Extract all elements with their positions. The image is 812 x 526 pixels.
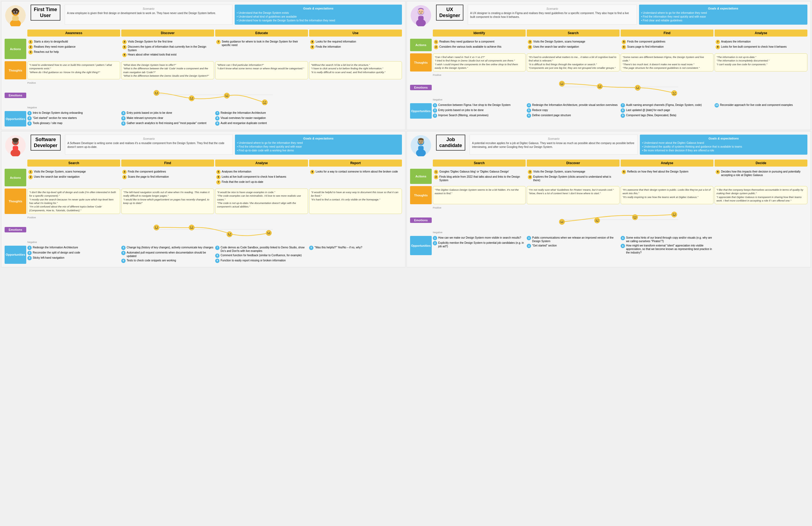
action-text: Looks for the required information: [316, 40, 356, 43]
action-number: 2: [434, 175, 438, 179]
stages-spacer: [410, 159, 432, 167]
opp-number: 3: [27, 121, 32, 126]
action-number: 8: [310, 40, 315, 44]
opp-list-0: 1 How can we make our Design System more…: [433, 236, 526, 255]
thoughts-row: Thoughts"I don't like the top-level spli…: [4, 188, 402, 214]
action-text: Finds the component guidelines: [128, 170, 166, 173]
persona-header: First TimeUser Scenario A new employee i…: [4, 4, 402, 26]
action-number: 2: [28, 45, 33, 49]
opp-list-1: 3 Public communications when we release …: [527, 236, 620, 255]
scenario-section: Scenario A new employee is given their f…: [65, 4, 232, 25]
opp-list-0: 1 Intro to Design System during onboardi…: [27, 111, 120, 127]
opportunity-item: 7 Code demos as Code Sandbox, possibly l…: [215, 246, 308, 253]
opportunity-item: 8 Comment function for feedback (similar…: [215, 254, 308, 258]
thought-bubble-3: "Without the search I'd be a bit lost in…: [309, 61, 402, 79]
opportunity-item: 5 Automated pull request comments when d…: [121, 251, 214, 258]
thoughts-label: Thoughts: [4, 61, 26, 79]
goals-text: • Understand more about the Digitec Gala…: [642, 141, 805, 153]
opp-number: 9: [621, 113, 625, 118]
persona-avatar: [4, 134, 26, 156]
persona-scenario-goals: Scenario A Software Developer is writing…: [65, 134, 402, 155]
positive-label: Positive: [27, 82, 402, 84]
svg-point-14: [192, 98, 193, 98]
positive-label: Positive: [433, 74, 808, 76]
opportunity-item: 9 Audit and reorganise duplicate content: [215, 121, 308, 126]
svg-point-53: [190, 226, 191, 227]
opportunity-item: 1 How can we make our Design System more…: [433, 236, 526, 240]
opp-number: 4: [527, 244, 531, 248]
stages-row: SearchDiscoverAnalyseDecide: [410, 159, 808, 167]
persona-title: SoftwareDeveloper: [34, 137, 57, 148]
action-item: 7 Analyses the information: [716, 40, 806, 44]
opp-text: Entry points based on jobs to be done: [438, 108, 484, 112]
svg-point-24: [418, 9, 424, 14]
action-number: 6: [716, 170, 720, 174]
svg-rect-47: [13, 146, 18, 150]
action-text: Uses the search bar and/or navigation: [34, 175, 79, 179]
opp-number: 1: [27, 111, 32, 115]
action-text: Analyses the information: [222, 170, 251, 173]
persona-box: UXDesigner: [436, 4, 463, 20]
opp-list-2: 7 Redesign the Information Architecture …: [215, 111, 308, 127]
action-item: 9 Finds the information: [310, 45, 401, 49]
opp-list-2: 7 Audit naming amongst channels (Figma, …: [621, 103, 713, 119]
opp-text: Make relevant synonyms clear: [127, 116, 163, 120]
svg-rect-4: [12, 10, 19, 12]
opp-number: 0: [309, 246, 314, 250]
actions-row: Actions 1 Starts a story to design/build…: [4, 39, 402, 59]
stage-header: Identify: [433, 29, 526, 37]
svg-point-5: [14, 11, 15, 13]
action-list-2: 5 Reflects on how they feel about the De…: [621, 169, 713, 184]
action-item: 1 Starts a story to design/build: [28, 40, 119, 44]
opportunity-item: 2 Reconsider the split of design and cod…: [27, 251, 120, 255]
action-list-1: 3 Visits the Design System, scans homepa…: [527, 169, 620, 184]
opportunity-item: 6 Define consistent page structure: [527, 113, 620, 118]
opportunity-item: 9 Component tags (New, Deprecated, Beta): [621, 113, 713, 118]
opp-list-1: 4 Redesign the Information Architecture,…: [527, 103, 620, 119]
action-item: 6 Looks at live built component to check…: [216, 175, 307, 179]
svg-point-59: [267, 232, 268, 233]
action-number: 8: [310, 170, 315, 174]
action-number: 4: [122, 175, 127, 179]
opportunities-label: Opportunities: [4, 246, 26, 264]
svg-point-58: [266, 230, 272, 236]
opp-text: Explicitly mention the Design System to …: [438, 241, 526, 248]
opp-number: 7: [215, 246, 219, 250]
svg-point-13: [190, 98, 191, 98]
emotions-label: Emotions: [410, 85, 432, 90]
opp-number: 3: [433, 113, 437, 118]
action-number: 4: [122, 40, 127, 44]
negative-label: Negative: [433, 231, 808, 234]
action-number: 1: [28, 170, 33, 174]
action-text: Realises they need more guidance: [34, 45, 75, 48]
scenario-label: Scenario: [472, 137, 635, 140]
svg-point-20: [265, 102, 266, 102]
actions-row: Actions 1 Realises they need guidance fo…: [410, 39, 808, 51]
svg-point-40: [675, 93, 676, 93]
action-text: Realises they need guidance for a compon…: [439, 40, 494, 43]
action-text: Finds blog article from 2022 that talks …: [439, 175, 524, 182]
goals-label: Goals & expectations: [237, 7, 400, 10]
svg-point-78: [671, 212, 677, 217]
opp-number: 2: [27, 251, 32, 255]
opportunities-row: Opportunities 1 How can we make our Desi…: [410, 236, 808, 255]
stage-header: Report: [309, 159, 402, 167]
action-list-0: 1 Googles 'Digitec Galaxus blog' or 'Dig…: [433, 169, 526, 184]
opp-number: 6: [527, 113, 531, 118]
action-item: 1 Visits the Design System, scans homepa…: [28, 170, 119, 174]
stages-spacer: [410, 29, 432, 37]
opp-text: "Get started" section: [532, 244, 557, 247]
svg-point-80: [675, 214, 676, 214]
scenario-text: A Software Developer is writing some cod…: [68, 141, 230, 149]
action-item: 8 Looks for the required information: [310, 40, 401, 44]
action-list-3: 8 Looks for a way to contact someone to …: [309, 169, 402, 186]
svg-point-37: [638, 87, 639, 88]
action-number: 7: [216, 40, 221, 44]
goals-text: • Understand where to go for the informa…: [641, 11, 805, 23]
svg-rect-7: [12, 16, 19, 21]
svg-point-51: [157, 226, 158, 227]
action-list-1: 3 Visits the Design System, scans homepa…: [527, 39, 620, 51]
opp-text: Improve Search (filtering, visual previe…: [438, 113, 489, 117]
action-item: 3 Visits the Design System, scans homepa…: [528, 170, 619, 174]
svg-point-12: [189, 96, 194, 101]
